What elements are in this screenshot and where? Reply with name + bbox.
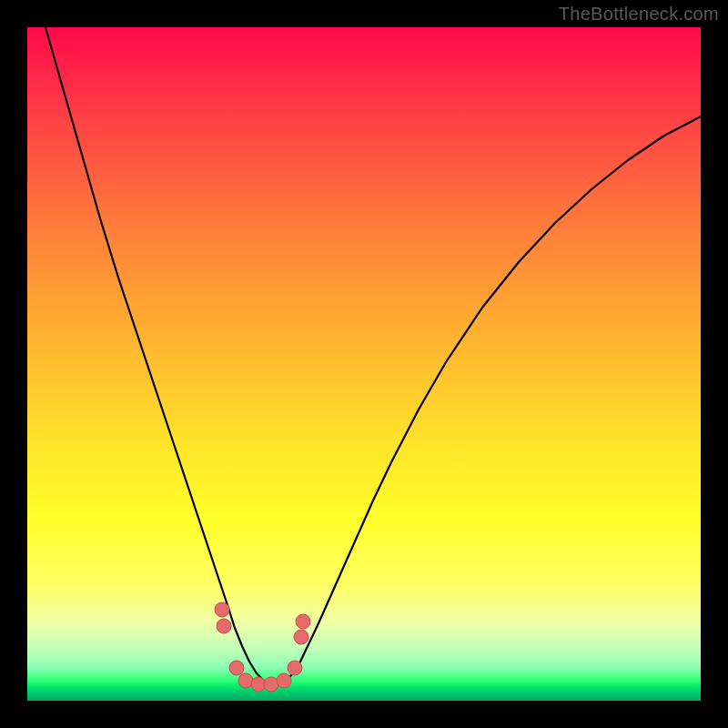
curve-marker <box>296 614 310 629</box>
plot-area <box>27 27 701 701</box>
chart-frame: TheBottleneck.com <box>0 0 728 728</box>
curve-markers <box>215 602 310 692</box>
curve-marker <box>238 673 253 688</box>
bottleneck-curve <box>46 27 701 684</box>
watermark-text: TheBottleneck.com <box>559 4 719 25</box>
curve-marker <box>294 630 308 644</box>
curve-marker <box>277 673 291 688</box>
curve-marker <box>215 602 229 617</box>
curve-marker <box>229 661 244 675</box>
curve-svg <box>27 27 701 701</box>
curve-marker <box>217 619 231 633</box>
curve-marker <box>264 677 278 692</box>
curve-marker <box>288 661 302 675</box>
